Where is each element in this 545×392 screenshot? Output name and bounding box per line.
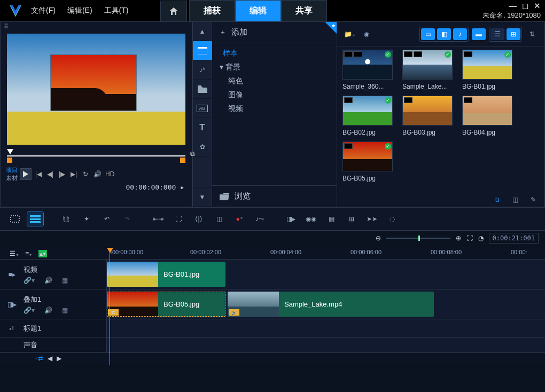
import-folder-icon[interactable]: 📁₊: [342, 28, 356, 40]
menu-edit[interactable]: 编辑(E): [67, 6, 92, 15]
effects-tab-icon[interactable]: ✿: [193, 137, 212, 156]
edit-options-icon[interactable]: ✎: [526, 194, 540, 206]
fit-window-icon[interactable]: ⛶: [466, 234, 473, 242]
copy-attrs-icon[interactable]: ⿻: [58, 211, 75, 226]
play-button[interactable]: [20, 168, 32, 180]
storyboard-view-icon[interactable]: [6, 211, 24, 226]
record-icon[interactable]: ●⁺: [231, 211, 248, 226]
fit-icon[interactable]: ⇤⇥: [150, 211, 167, 226]
home-button[interactable]: [160, 1, 187, 21]
quality-label[interactable]: HD: [105, 170, 114, 178]
speed-icon[interactable]: ➤➤: [363, 211, 380, 226]
titles-tab-icon[interactable]: AB: [193, 99, 212, 118]
title-track-icon[interactable]: ₁T: [0, 325, 24, 332]
maximize-icon[interactable]: ◻: [522, 1, 528, 11]
preview-timecode[interactable]: 00:00:00:000 ▸: [1, 183, 192, 195]
mode-clip-label[interactable]: 素材: [6, 174, 18, 182]
close-icon[interactable]: ✕: [534, 1, 541, 11]
capture-icon[interactable]: ◉: [360, 28, 373, 40]
link-icon[interactable]: 🔗▾: [24, 307, 35, 314]
crop-tool-icon[interactable]: ◫: [211, 211, 228, 226]
thumb[interactable]: ✓Sample_360...: [342, 50, 393, 90]
track-options-icon[interactable]: ☰₊: [10, 250, 19, 257]
tree-sample[interactable]: 样本: [220, 46, 329, 60]
marker-add-icon[interactable]: ▴▾: [38, 250, 47, 257]
preview-scrubber[interactable]: ⧉: [7, 150, 185, 159]
scroll-right-icon[interactable]: ▶: [57, 355, 61, 362]
scroll-left-icon[interactable]: ◀: [48, 355, 52, 362]
tree-background[interactable]: ▾ 背景: [220, 60, 329, 74]
thumb[interactable]: ✓BG-B02.jpg: [342, 96, 393, 136]
tracking-icon[interactable]: ◌: [384, 211, 401, 226]
add-track-icon[interactable]: +⇄: [34, 355, 43, 362]
add-media-button[interactable]: ＋ 添加: [212, 22, 337, 43]
zoom-out-icon[interactable]: ⊖: [376, 234, 381, 242]
browse-button[interactable]: 浏览: [212, 185, 337, 207]
redo-icon[interactable]: ↷: [119, 211, 136, 226]
thumb[interactable]: BG-B04.jpg: [462, 96, 512, 136]
zoom-in-icon[interactable]: ⊕: [456, 234, 461, 242]
clip-o2[interactable]: Sample_Lake.mp4 🔊: [228, 292, 434, 317]
pan-zoom-icon[interactable]: ⛶: [170, 211, 187, 226]
scroll-up-icon[interactable]: ▲: [193, 22, 212, 41]
thumb[interactable]: ✓Sample_Lake...: [402, 50, 453, 90]
sort-icon[interactable]: ⇅: [525, 28, 539, 40]
split-icon[interactable]: ⟨|⟩: [190, 211, 207, 226]
color-icon[interactable]: ◉◉: [302, 211, 320, 226]
filter-all-icon[interactable]: ▬: [472, 28, 486, 40]
scroll-down-icon[interactable]: ▼: [193, 187, 212, 207]
filter-audio-icon[interactable]: ♪: [453, 28, 467, 40]
chapter-icon[interactable]: ▦: [323, 211, 340, 226]
video-track-icon[interactable]: ■▸: [0, 271, 24, 278]
panel-grip-icon[interactable]: ⠿: [1, 22, 192, 32]
view-list-icon[interactable]: ☰: [490, 28, 504, 40]
dual-view-icon[interactable]: ◫: [508, 194, 522, 206]
subtitle-icon[interactable]: ⊞: [343, 211, 360, 226]
tree-solid[interactable]: 纯色: [220, 74, 329, 88]
loop-button[interactable]: ↻: [81, 170, 90, 178]
thumb[interactable]: ✓BG-B05.jpg: [342, 142, 393, 182]
menu-file[interactable]: 文件(F): [31, 6, 56, 15]
track-expand-icon[interactable]: ≡₊: [25, 250, 32, 257]
mode-project-label[interactable]: 项目: [6, 166, 18, 174]
filter-video-icon[interactable]: ▭: [421, 28, 435, 40]
audio-ducking-icon[interactable]: ♪⤳: [251, 211, 268, 226]
clip-v1[interactable]: BG-B01.jpg: [107, 262, 225, 287]
go-start-button[interactable]: |◀: [34, 170, 43, 178]
fx-icon[interactable]: ▦: [62, 307, 68, 314]
mute-icon[interactable]: 🔊: [44, 307, 52, 314]
overlay-track-icon[interactable]: ◨▸: [0, 301, 24, 308]
minimize-icon[interactable]: —: [509, 1, 517, 11]
thumb[interactable]: BG-B03.jpg: [402, 96, 453, 136]
storyboard-toggle-icon[interactable]: ⧉: [490, 194, 504, 206]
tree-image[interactable]: 图像: [220, 88, 329, 102]
step-fwd-button[interactable]: |▶: [57, 170, 67, 178]
media-tab-icon[interactable]: [193, 41, 212, 60]
tools-icon[interactable]: ✦: [78, 211, 95, 226]
text-tab-icon[interactable]: T: [193, 118, 212, 137]
tree-video[interactable]: 视频: [220, 102, 329, 116]
go-end-button[interactable]: ▶|: [69, 170, 79, 178]
undo-icon[interactable]: ↶: [98, 211, 115, 226]
audio-tab-icon[interactable]: ♪*: [193, 60, 212, 80]
mute-icon[interactable]: 🔊: [44, 277, 52, 284]
preview-canvas[interactable]: [7, 34, 185, 145]
tab-share[interactable]: 共享: [281, 0, 327, 21]
tab-capture[interactable]: 捕获: [189, 0, 235, 21]
duration-icon[interactable]: ◔: [478, 234, 484, 242]
step-back-button[interactable]: ◀|: [45, 170, 55, 178]
motion-icon[interactable]: ◨▸: [282, 211, 299, 226]
time-ruler[interactable]: ⟟00:00:00:0000:00:02:0000:00:04:0000:00:…: [107, 248, 545, 259]
view-grid-icon[interactable]: ⊞: [507, 28, 520, 40]
project-duration[interactable]: 0:00:21:001: [489, 233, 539, 244]
thumb[interactable]: ✓BG-B01.jpg: [462, 50, 512, 90]
pin-icon[interactable]: [325, 22, 337, 34]
fx-icon[interactable]: ▦: [62, 277, 68, 284]
zoom-slider[interactable]: [386, 238, 450, 239]
volume-button[interactable]: 🔊: [92, 170, 102, 178]
clip-o1[interactable]: BG-B05.jpg ⊏: [107, 292, 225, 317]
filter-photo-icon[interactable]: ◧: [437, 28, 451, 40]
transitions-tab-icon[interactable]: [193, 80, 212, 99]
timeline-view-icon[interactable]: [27, 211, 44, 226]
menu-tools[interactable]: 工具(T): [104, 6, 129, 15]
